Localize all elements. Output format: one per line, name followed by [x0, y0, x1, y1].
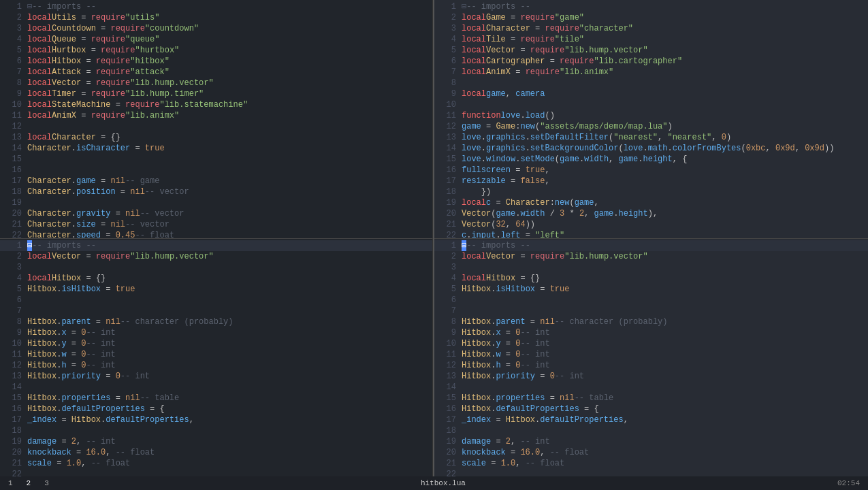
code-line: 13 Hitbox.priority = 0 -- int	[0, 371, 432, 382]
code-line: 14	[434, 382, 868, 393]
code-line: 9 Hitbox.x = 0 -- int	[0, 327, 432, 338]
code-line: 5 local Vector = require "lib.hump.vecto…	[434, 45, 868, 56]
code-line: 16 fullscreen = true,	[434, 165, 868, 176]
pane-top-right[interactable]: 1⊟ -- imports -- 2 local Game = require …	[434, 0, 868, 238]
code-line: 13 love.graphics.setDefaultFilter("neare…	[434, 132, 868, 143]
code-pane-top-left: 1⊟ -- imports -- 2 local Utils = require…	[0, 0, 432, 238]
code-line: 15 love.window.setMode(game.width, game.…	[434, 154, 868, 165]
code-line: 12	[0, 121, 432, 132]
right-column: 1⊟ -- imports -- 2 local Game = require …	[434, 0, 868, 476]
code-line: 18	[434, 425, 868, 436]
code-line: 12 Hitbox.h = 0 -- int	[0, 360, 432, 371]
code-line: 19 local c = Character:new(game,	[434, 197, 868, 208]
code-line: 16 Hitbox.defaultProperties = {	[434, 404, 868, 414]
tab-2[interactable]: 2	[27, 479, 31, 487]
code-line: 8 Hitbox.parent = nil -- character (prob…	[434, 316, 868, 327]
code-line: 10	[434, 99, 868, 110]
code-line: 21 scale = 1.0, -- float	[0, 458, 432, 469]
code-line: 11 Hitbox.w = 0 -- int	[0, 349, 432, 360]
code-line: 1⊟ -- imports --	[0, 1, 432, 12]
code-line: 9 Hitbox.x = 0 -- int	[434, 327, 868, 338]
code-line: 15 Hitbox.properties = nil -- table	[434, 393, 868, 404]
code-line: 8	[434, 78, 868, 88]
code-line: 6	[434, 295, 868, 306]
code-line: 10 Hitbox.y = 0 -- int	[0, 338, 432, 349]
code-line: 20 knockback = 16.0, -- float	[0, 447, 432, 458]
code-pane-bottom-right: 1⊟ -- imports -- 2 local Vector = requir…	[434, 239, 868, 477]
main-area: 1⊟ -- imports -- 2 local Utils = require…	[0, 0, 868, 476]
code-line: 2 local Game = require "game"	[434, 12, 868, 23]
code-line: 22	[434, 469, 868, 477]
code-line: 10 Hitbox.y = 0 -- int	[434, 338, 868, 349]
code-line: 7	[0, 306, 432, 316]
code-line: 2 local Vector = require "lib.hump.vecto…	[434, 251, 868, 262]
clock: 02:54	[837, 479, 860, 487]
pane-bottom-right[interactable]: 1⊟ -- imports -- 2 local Vector = requir…	[434, 238, 868, 477]
code-line: 7 local AnimX = require "lib.animx"	[434, 67, 868, 78]
code-line: 8 Hitbox.parent = nil -- character (prob…	[0, 316, 432, 327]
code-line: 16	[0, 165, 432, 176]
code-line: 11 Hitbox.w = 0 -- int	[434, 349, 868, 360]
code-line: 19	[0, 197, 432, 208]
code-line: 10 local StateMachine = require "lib.sta…	[0, 99, 432, 110]
code-line: 11 local AnimX = require "lib.animx"	[0, 110, 432, 121]
code-line: 16 Hitbox.defaultProperties = {	[0, 404, 432, 414]
code-line: 20 Character.gravity = nil -- vector	[0, 208, 432, 219]
code-line: 3	[0, 262, 432, 273]
code-line: 9 local Timer = require "lib.hump.timer"	[0, 88, 432, 99]
code-line: 8 local Vector = require "lib.hump.vecto…	[0, 78, 432, 88]
code-line: 19 damage = 2, -- int	[0, 436, 432, 447]
code-line: 6	[0, 295, 432, 306]
code-line: 13 Hitbox.priority = 0 -- int	[434, 371, 868, 382]
code-line: 4 local Tile = require "tile"	[434, 34, 868, 45]
code-line: 17 Character.game = nil -- game	[0, 176, 432, 186]
code-line: 22 c.input.left = "left"	[434, 230, 868, 238]
code-line: 5 local Hurtbox = require "hurtbox"	[0, 45, 432, 56]
code-line: 5 Hitbox.isHitbox = true	[0, 284, 432, 295]
code-line: 4 local Hitbox = {}	[0, 273, 432, 284]
code-line: 22	[0, 469, 432, 477]
code-line: 12 game = Game:new("assets/maps/demo/map…	[434, 121, 868, 132]
code-line: 18 Character.position = nil -- vector	[0, 186, 432, 197]
code-line: 2 local Utils = require "utils"	[0, 12, 432, 23]
code-line: 1⊟ -- imports --	[434, 1, 868, 12]
code-line: 3 local Countdown = require "countdown"	[0, 23, 432, 34]
left-column: 1⊟ -- imports -- 2 local Utils = require…	[0, 0, 434, 476]
code-line: 21 Vector(32, 64))	[434, 219, 868, 230]
tab-3[interactable]: 3	[44, 479, 49, 487]
code-line: 4 local Queue = require "queue"	[0, 34, 432, 45]
code-line: 6 local Cartographer = require "lib.cart…	[434, 56, 868, 67]
code-pane-top-right: 1⊟ -- imports -- 2 local Game = require …	[434, 0, 868, 238]
tab-1[interactable]: 1	[8, 479, 13, 487]
code-line: 2 local Vector = require "lib.hump.vecto…	[0, 251, 432, 262]
code-line: 20 Vector(game.width / 3 * 2, game.heigh…	[434, 208, 868, 219]
code-line: 15 Hitbox.properties = nil -- table	[0, 393, 432, 404]
code-line: 14	[0, 382, 432, 393]
code-line: 18 })	[434, 186, 868, 197]
code-line: 17 _index = Hitbox.defaultProperties,	[0, 414, 432, 425]
code-line: 14 Character.isCharacter = true	[0, 143, 432, 154]
code-line: 17 resizable = false,	[434, 176, 868, 186]
code-line: 21 Character.size = nil -- vector	[0, 219, 432, 230]
code-line: 11 function love.load()	[434, 110, 868, 121]
code-line: 19 damage = 2, -- int	[434, 436, 868, 447]
code-line: 3	[434, 262, 868, 273]
center-filename: hitbox.lua	[63, 479, 824, 487]
code-line: 5 Hitbox.isHitbox = true	[434, 284, 868, 295]
code-line: 17 _index = Hitbox.defaultProperties,	[434, 414, 868, 425]
code-line: 20 knockback = 16.0, -- float	[434, 447, 868, 458]
pane-top-left[interactable]: 1⊟ -- imports -- 2 local Utils = require…	[0, 0, 433, 238]
code-line: 13 local Character = {}	[0, 132, 432, 143]
code-line: 18	[0, 425, 432, 436]
bottom-bar: 1 2 3 hitbox.lua 02:54	[0, 476, 868, 490]
code-line: 3 local Character = require "character"	[434, 23, 868, 34]
code-line: 21 scale = 1.0, -- float	[434, 458, 868, 469]
code-line: 1⊟ -- imports --	[434, 240, 868, 251]
pane-bottom-left[interactable]: 1⊟ -- imports -- 2 local Vector = requir…	[0, 238, 433, 477]
code-line: 9 local game, camera	[434, 88, 868, 99]
code-line: 14 love.graphics.setBackgroundColor(love…	[434, 143, 868, 154]
code-line: 6 local Hitbox = require "hitbox"	[0, 56, 432, 67]
code-line: 22 Character.speed = 0.45 -- float	[0, 230, 432, 238]
code-line: 4 local Hitbox = {}	[434, 273, 868, 284]
code-line: 12 Hitbox.h = 0 -- int	[434, 360, 868, 371]
